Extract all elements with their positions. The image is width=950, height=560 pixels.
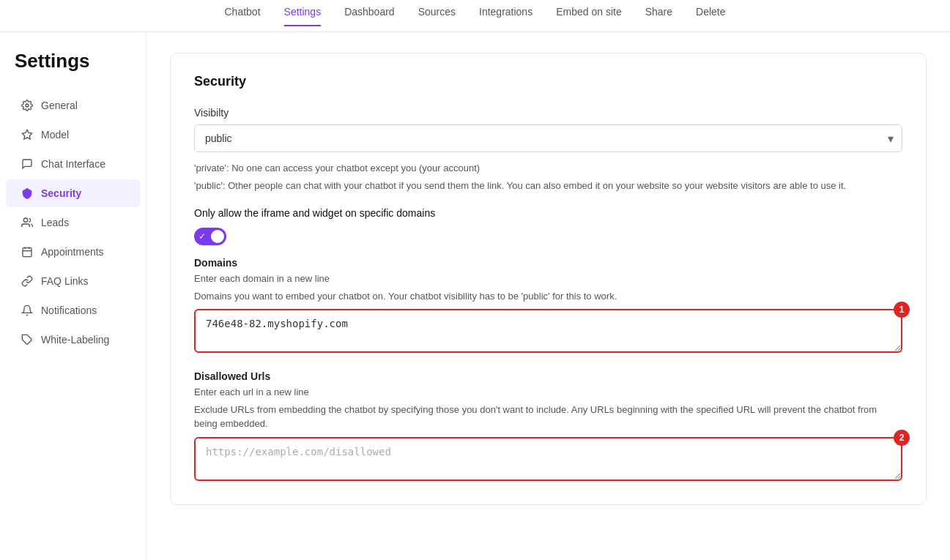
layout: Settings General Model Ch (0, 32, 950, 560)
domains-hint1: Enter each domain in a new line (194, 272, 902, 286)
leads-icon (21, 216, 34, 229)
disallowed-urls-textarea[interactable] (194, 437, 902, 481)
tag-icon (21, 333, 34, 346)
nav-dashboard[interactable]: Dashboard (344, 6, 395, 26)
disallowed-textarea-wrapper: 2 (194, 437, 902, 484)
card-title: Security (194, 74, 902, 89)
sidebar-label-model: Model (41, 129, 69, 141)
domains-textarea-wrapper: 746e48-82.myshopify.com 1 (194, 309, 902, 356)
sidebar-label-notifications: Notifications (41, 305, 97, 316)
sidebar-item-leads[interactable]: Leads (6, 209, 140, 236)
visibility-label: Visibilty (194, 107, 902, 119)
nav-sources[interactable]: Sources (418, 6, 456, 26)
hint-private: 'private': No one can access your chatbo… (194, 161, 902, 176)
sidebar-item-security[interactable]: Security (6, 179, 140, 207)
svg-point-0 (26, 104, 29, 107)
sidebar: Settings General Model Ch (0, 32, 146, 560)
domains-textarea[interactable]: 746e48-82.myshopify.com (194, 309, 902, 353)
sidebar-label-general: General (41, 100, 78, 111)
sidebar-label-faq-links: FAQ Links (41, 275, 89, 287)
security-card: Security Visibilty public private ▾ 'pri… (170, 53, 927, 505)
svg-point-2 (23, 218, 27, 222)
sidebar-label-appointments: Appointments (41, 246, 104, 258)
calendar-icon (21, 245, 34, 258)
visibility-select[interactable]: public private (194, 124, 902, 152)
svg-rect-3 (23, 248, 31, 257)
nav-chatbot[interactable]: Chatbot (225, 6, 261, 26)
top-nav: Chatbot Settings Dashboard Sources Integ… (0, 0, 950, 32)
domains-title: Domains (194, 257, 902, 269)
nav-embed-on-site[interactable]: Embed on site (556, 6, 622, 26)
sidebar-label-chat-interface: Chat Interface (41, 158, 105, 170)
chat-icon (21, 157, 34, 171)
nav-settings[interactable]: Settings (284, 6, 322, 26)
shield-icon (21, 187, 34, 200)
nav-share[interactable]: Share (645, 6, 672, 26)
sidebar-item-model[interactable]: Model (6, 121, 140, 149)
sidebar-item-white-labeling[interactable]: White-Labeling (6, 326, 140, 354)
disallowed-hint2: Exclude URLs from embedding the chatbot … (194, 403, 902, 431)
disallowed-hint1: Enter each url in a new line (194, 385, 902, 400)
disallowed-urls-title: Disallowed Urls (194, 370, 902, 382)
domains-badge: 1 (894, 302, 910, 318)
sidebar-item-general[interactable]: General (6, 92, 140, 119)
gear-icon (21, 99, 34, 112)
sidebar-item-appointments[interactable]: Appointments (6, 238, 140, 266)
hint-public: 'public': Other people can chat with you… (194, 179, 902, 193)
sidebar-label-security: Security (41, 187, 81, 199)
main-content: Security Visibilty public private ▾ 'pri… (146, 32, 950, 560)
domain-toggle[interactable]: ✓ (194, 228, 226, 245)
bell-icon (21, 304, 34, 317)
sidebar-item-chat-interface[interactable]: Chat Interface (6, 150, 140, 178)
disallowed-badge: 2 (894, 430, 910, 446)
svg-marker-1 (22, 130, 31, 139)
domain-toggle-container: ✓ (194, 228, 902, 245)
domains-hint2: Domains you want to embed your chatbot o… (194, 289, 902, 304)
checkmark-icon: ✓ (198, 231, 206, 242)
sidebar-item-faq-links[interactable]: FAQ Links (6, 267, 140, 295)
link-icon (21, 275, 34, 288)
sidebar-label-leads: Leads (41, 217, 69, 228)
page-title: Settings (0, 50, 146, 90)
visibility-select-wrapper: public private ▾ (194, 124, 902, 152)
toggle-label: Only allow the iframe and widget on spec… (194, 207, 902, 219)
nav-integrations[interactable]: Integrations (479, 6, 532, 26)
sidebar-item-notifications[interactable]: Notifications (6, 296, 140, 324)
nav-delete[interactable]: Delete (696, 6, 725, 26)
sidebar-label-white-labeling: White-Labeling (41, 334, 109, 346)
star-icon (21, 128, 34, 141)
